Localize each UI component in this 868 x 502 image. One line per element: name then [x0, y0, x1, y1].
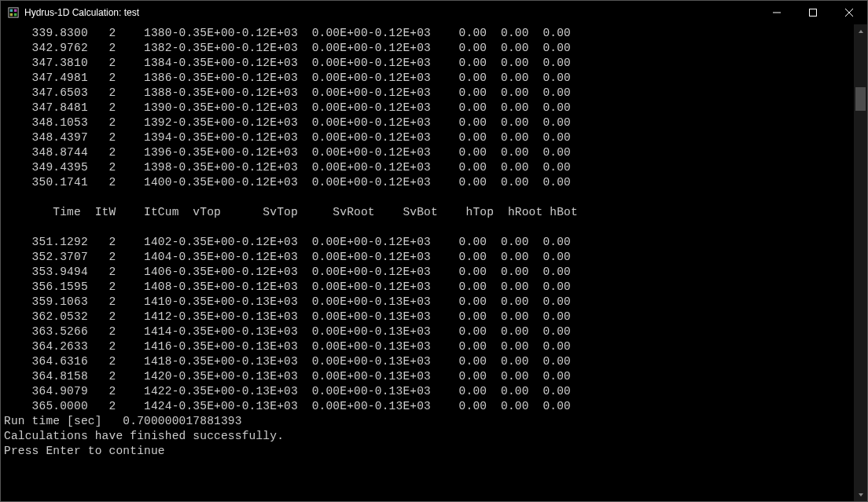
data-row: 339.8300 2 1380-0.35E+00-0.12E+03 0.00E+…	[4, 26, 851, 41]
data-row: 359.1063 2 1410-0.35E+00-0.13E+03 0.00E+…	[4, 295, 851, 310]
console-output[interactable]: 339.8300 2 1380-0.35E+00-0.12E+03 0.00E+…	[1, 24, 854, 501]
data-row: 363.5266 2 1414-0.35E+00-0.13E+03 0.00E+…	[4, 324, 851, 339]
svg-rect-6	[810, 9, 817, 16]
scroll-up-arrow[interactable]	[854, 24, 867, 38]
data-row: 347.6503 2 1388-0.35E+00-0.12E+03 0.00E+…	[4, 86, 851, 101]
minimize-button[interactable]	[759, 1, 795, 24]
data-row: 342.9762 2 1382-0.35E+00-0.12E+03 0.00E+…	[4, 41, 851, 56]
data-row: 364.8158 2 1420-0.35E+00-0.13E+03 0.00E+…	[4, 369, 851, 384]
data-row: 356.1595 2 1408-0.35E+00-0.12E+03 0.00E+…	[4, 280, 851, 295]
titlebar[interactable]: Hydrus-1D Calculation: test	[1, 1, 867, 24]
data-row: 348.1053 2 1392-0.35E+00-0.12E+03 0.00E+…	[4, 115, 851, 130]
data-row: 353.9494 2 1406-0.35E+00-0.12E+03 0.00E+…	[4, 265, 851, 280]
data-row: 348.4397 2 1394-0.35E+00-0.12E+03 0.00E+…	[4, 130, 851, 145]
app-icon	[7, 6, 20, 19]
vertical-scrollbar[interactable]	[854, 24, 867, 501]
data-row: 364.6316 2 1418-0.35E+00-0.13E+03 0.00E+…	[4, 354, 851, 369]
close-button[interactable]	[831, 1, 867, 24]
scroll-down-arrow[interactable]	[854, 488, 867, 501]
svg-marker-9	[859, 30, 863, 33]
prompt-line: Press Enter to continue	[4, 444, 851, 459]
app-window: Hydrus-1D Calculation: test 339.8300 2 1…	[0, 0, 868, 502]
data-row: 351.1292 2 1402-0.35E+00-0.12E+03 0.00E+…	[4, 235, 851, 250]
content-area: 339.8300 2 1380-0.35E+00-0.12E+03 0.00E+…	[1, 24, 867, 501]
scroll-thumb[interactable]	[855, 87, 866, 111]
svg-rect-2	[14, 9, 17, 13]
titlebar-buttons	[759, 1, 867, 24]
data-row: 348.8744 2 1396-0.35E+00-0.12E+03 0.00E+…	[4, 145, 851, 160]
svg-rect-1	[10, 9, 13, 13]
svg-rect-3	[10, 13, 13, 16]
data-row: 364.2633 2 1416-0.35E+00-0.13E+03 0.00E+…	[4, 339, 851, 354]
window-title: Hydrus-1D Calculation: test	[24, 7, 139, 18]
data-row: 362.0532 2 1412-0.35E+00-0.13E+03 0.00E+…	[4, 310, 851, 324]
column-headers: Time ItW ItCum vTop SvTop SvRoot SvBot h…	[4, 205, 851, 220]
data-row: 347.3810 2 1384-0.35E+00-0.12E+03 0.00E+…	[4, 56, 851, 71]
data-row: 349.4395 2 1398-0.35E+00-0.12E+03 0.00E+…	[4, 160, 851, 175]
status-line: Calculations have finished successfully.	[4, 429, 851, 444]
data-row: 350.1741 2 1400-0.35E+00-0.12E+03 0.00E+…	[4, 175, 851, 190]
svg-marker-10	[859, 493, 863, 497]
blank-line	[4, 220, 851, 235]
runtime-line: Run time [sec] 0.700000017881393	[4, 414, 851, 429]
svg-rect-4	[14, 13, 17, 16]
data-row: 365.0000 2 1424-0.35E+00-0.13E+03 0.00E+…	[4, 399, 851, 414]
data-row: 347.4981 2 1386-0.35E+00-0.12E+03 0.00E+…	[4, 71, 851, 86]
titlebar-left: Hydrus-1D Calculation: test	[1, 6, 139, 19]
data-row: 364.9079 2 1422-0.35E+00-0.13E+03 0.00E+…	[4, 384, 851, 399]
data-row: 352.3707 2 1404-0.35E+00-0.12E+03 0.00E+…	[4, 250, 851, 265]
data-row: 347.8481 2 1390-0.35E+00-0.12E+03 0.00E+…	[4, 101, 851, 115]
blank-line	[4, 190, 851, 205]
maximize-button[interactable]	[795, 1, 831, 24]
